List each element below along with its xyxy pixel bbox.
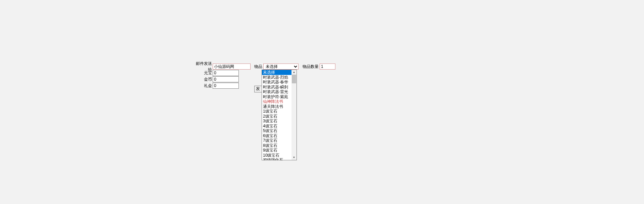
item-option[interactable]: 5级宝石 xyxy=(262,128,291,133)
gift-label: 礼金 xyxy=(195,83,213,89)
item-label: 物品 xyxy=(254,64,262,70)
item-option[interactable]: 3级宝石 xyxy=(262,119,291,124)
gold-input[interactable] xyxy=(213,76,239,82)
item-option[interactable]: 初级强化石 xyxy=(262,158,291,160)
item-option[interactable]: 1级宝石 xyxy=(262,109,291,114)
item-option[interactable]: 时装武器·雷光 xyxy=(262,89,291,94)
form-left-block: 邮件发送给 元宝 金币 礼金 xyxy=(195,64,251,89)
gold-label: 金币 xyxy=(195,76,213,82)
item-option[interactable]: 7级宝石 xyxy=(262,138,291,143)
scroll-thumb[interactable] xyxy=(292,75,296,83)
item-option[interactable]: 8级宝石 xyxy=(262,143,291,148)
yuanbao-label: 元宝 xyxy=(195,70,213,76)
item-option[interactable]: 4级宝石 xyxy=(262,124,291,129)
gift-input[interactable] xyxy=(213,83,239,89)
item-option[interactable]: 时装护符·紫苑 xyxy=(262,94,291,99)
item-option[interactable]: 2级宝石 xyxy=(262,114,291,119)
dropdown-scrollbar[interactable]: ▲ ▼ xyxy=(291,70,297,160)
qty-label: 物品数量 xyxy=(303,64,319,70)
scroll-down-icon[interactable]: ▼ xyxy=(291,155,297,160)
item-option[interactable]: 通天阵法书 xyxy=(262,104,291,109)
item-option[interactable]: 10级宝石 xyxy=(262,153,291,158)
item-select[interactable]: 未选择 xyxy=(263,64,299,70)
qty-input[interactable] xyxy=(320,64,335,70)
item-option[interactable]: 9级宝石 xyxy=(262,148,291,153)
item-option[interactable]: 时装武器·春华 xyxy=(262,80,291,85)
item-option[interactable]: 6级宝石 xyxy=(262,133,291,138)
recipient-input[interactable] xyxy=(213,64,251,70)
item-option[interactable]: 未选择 xyxy=(262,70,291,75)
item-option[interactable]: 时装武器·瞬刹 xyxy=(262,85,291,90)
item-dropdown-list[interactable]: 未选择时装武器·烈焰时装武器·春华时装武器·瞬刹时装武器·雷光时装护符·紫苑仙神… xyxy=(262,70,291,160)
item-option[interactable]: 仙神阵法书 xyxy=(262,99,291,104)
form-right-block: 物品 未选择 物品数量 xyxy=(254,64,335,70)
item-dropdown-panel[interactable]: 未选择时装武器·烈焰时装武器·春华时装武器·瞬刹时装武器·雷光时装护符·紫苑仙神… xyxy=(262,70,297,160)
yuanbao-input[interactable] xyxy=(213,70,239,76)
item-option[interactable]: 时装武器·烈焰 xyxy=(262,75,291,80)
scroll-up-icon[interactable]: ▲ xyxy=(291,70,297,75)
